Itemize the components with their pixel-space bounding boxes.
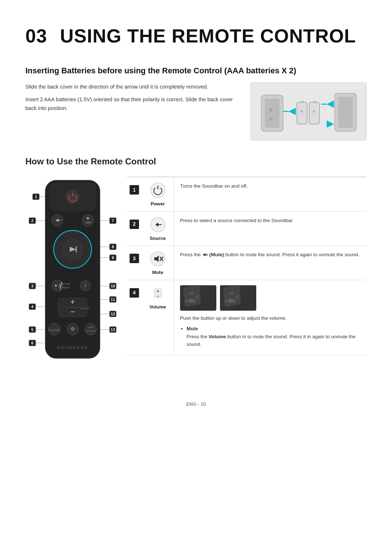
svg-text:⊕: ⊕ [269, 107, 273, 113]
svg-text:SOUND: SOUND [62, 283, 70, 285]
control-row-volume: 4 + − Volume [127, 280, 367, 355]
power-icon-col: Power [142, 177, 174, 211]
svg-rect-6 [297, 102, 307, 124]
power-desc: Turns the Soundbar on and off. [174, 177, 367, 211]
control-num-2: 2 [127, 212, 142, 246]
volume-icon-col: + − Volume [142, 280, 174, 355]
svg-text:MODE: MODE [62, 286, 70, 289]
source-label: Source [150, 235, 166, 242]
controls-table: 1 Power Turns the Soundbar on and off. [127, 177, 367, 355]
svg-point-118 [236, 295, 239, 298]
svg-text:13: 13 [111, 327, 115, 332]
svg-text:PAIR: PAIR [85, 221, 91, 224]
svg-text:⊖: ⊖ [269, 116, 273, 122]
battery-illustration: ⊕ ⊖ ⊕ ⊖ [250, 82, 367, 140]
control-row-mute: 3 Mute Press the (Mute) button to mute t… [127, 246, 367, 280]
source-desc: Press to select a source connected to th… [174, 212, 367, 246]
mute-desc-bold: (Mute) [209, 252, 224, 257]
svg-rect-9 [309, 102, 319, 124]
volume-bullet-mute: Mute Press the Volume button in to mute … [187, 325, 361, 348]
volume-img-2: VOL +− [220, 285, 256, 311]
svg-marker-102 [203, 253, 205, 257]
volume-desc: VOL +− VOL [174, 280, 367, 355]
svg-text:CH.LEVEL: CH.LEVEL [48, 329, 61, 331]
how-to-heading: How to Use the Remote Control [25, 155, 367, 168]
svg-text:3: 3 [31, 284, 33, 288]
page-title: 03 USING THE REMOTE CONTROL [25, 22, 367, 50]
volume-img-1: VOL +− [180, 285, 216, 311]
battery-text-2: Insert 2 AAA batteries (1.5V) oriented s… [25, 95, 240, 113]
svg-point-112 [196, 295, 199, 298]
svg-text:7: 7 [112, 218, 114, 223]
svg-rect-7 [301, 101, 304, 103]
num-badge-2: 2 [130, 220, 139, 229]
num-badge-3: 3 [130, 254, 139, 263]
control-row-source: 2 Source Press to select a source connec… [127, 212, 367, 246]
svg-point-111 [190, 291, 194, 295]
svg-point-94 [151, 183, 165, 197]
mute-label: Mute [152, 269, 163, 276]
svg-text:2: 2 [31, 218, 33, 223]
title-text: USING THE REMOTE CONTROL [60, 25, 356, 46]
svg-text:6: 6 [31, 341, 33, 345]
source-icon [150, 217, 166, 233]
control-num-3: 3 [127, 246, 142, 280]
svg-text:+: + [70, 298, 75, 306]
svg-text:11: 11 [111, 297, 115, 302]
control-num-1: 1 [127, 177, 142, 211]
volume-strong: Volume [209, 334, 226, 339]
svg-text:CONTROL: CONTROL [85, 330, 96, 332]
how-to-layout: ✱ PAIR SOUND MODE [25, 177, 367, 383]
num-badge-1: 1 [130, 185, 139, 195]
svg-marker-14 [327, 120, 334, 128]
svg-text:TONE: TONE [88, 326, 94, 328]
volume-rocker-icon: + − [150, 285, 166, 301]
svg-text:⊕: ⊕ [300, 109, 303, 113]
battery-heading: Inserting Batteries before using the Rem… [25, 65, 367, 77]
volume-bullets: Mute Press the Volume button in to mute … [180, 325, 361, 348]
svg-text:−: − [70, 308, 75, 316]
control-row-power: 1 Power Turns the Soundbar on and off. [127, 177, 367, 212]
mute-icon-col: Mute [142, 246, 174, 280]
svg-text:8: 8 [112, 245, 114, 249]
mute-icon [150, 251, 166, 267]
svg-text:+: + [156, 289, 159, 294]
svg-text:10: 10 [111, 284, 115, 288]
vol-svg-2: VOL +− [221, 286, 256, 310]
svg-point-117 [230, 291, 234, 295]
svg-rect-16 [338, 97, 353, 128]
footer-text: ENG - 10 [186, 401, 206, 407]
vol-svg-1: VOL +− [181, 286, 216, 310]
chapter-number: 03 [25, 25, 47, 46]
volume-label: Volume [150, 303, 166, 311]
svg-point-51 [85, 323, 97, 335]
battery-section: Slide the back cover in the direction of… [25, 82, 367, 140]
volume-images: VOL +− VOL [180, 285, 361, 311]
battery-svg: ⊕ ⊖ ⊕ ⊖ [254, 84, 363, 139]
svg-text:✱: ✱ [86, 217, 89, 220]
svg-marker-4 [289, 108, 296, 115]
svg-text:+−: +− [190, 299, 194, 303]
svg-text:+−: +− [230, 299, 234, 303]
control-num-4: 4 [127, 280, 142, 355]
svg-text:12: 12 [111, 312, 115, 316]
svg-point-24 [82, 214, 94, 226]
source-icon-col: Source [142, 212, 174, 246]
svg-text:−: − [156, 294, 159, 299]
power-icon [150, 182, 166, 198]
volume-desc-main: Push the button up or down to adjust the… [180, 315, 286, 321]
power-label: Power [151, 200, 165, 208]
svg-text:4: 4 [31, 304, 34, 309]
mute-desc: Press the (Mute) button to mute the soun… [174, 246, 367, 280]
svg-text:SOUNDBAR: SOUNDBAR [57, 346, 88, 350]
remote-svg: ✱ PAIR SOUND MODE [25, 177, 120, 380]
svg-text:9: 9 [112, 255, 114, 260]
remote-illustration: ✱ PAIR SOUND MODE [25, 177, 120, 383]
volume-bullet-title: Mute [187, 326, 198, 331]
how-to-section: How to Use the Remote Control [25, 155, 367, 383]
battery-text-1: Slide the back cover in the direction of… [25, 82, 240, 91]
battery-text: Slide the back cover in the direction of… [25, 82, 240, 113]
svg-text:5: 5 [31, 327, 33, 332]
svg-text:1: 1 [35, 195, 37, 199]
svg-rect-1 [265, 99, 279, 128]
